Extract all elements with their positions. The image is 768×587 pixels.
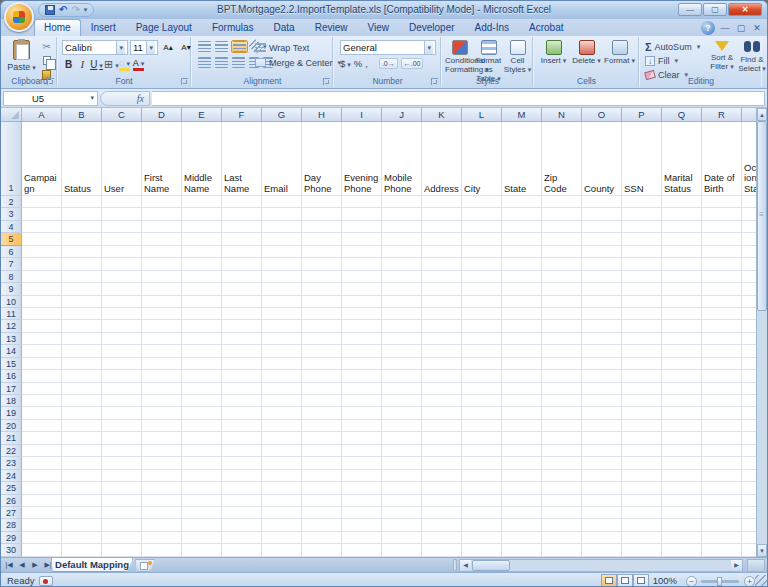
zoom-level[interactable]: 100% <box>653 575 677 586</box>
grid-row-22[interactable] <box>22 445 758 457</box>
top-align-button[interactable] <box>197 40 212 53</box>
row-header-28[interactable]: 28 <box>1 519 22 531</box>
cell-I1[interactable]: Evening Phone <box>342 122 382 196</box>
grid-row-30[interactable] <box>22 544 758 556</box>
bottom-align-button[interactable] <box>231 40 248 53</box>
row-header-13[interactable]: 13 <box>1 333 22 345</box>
column-header-B[interactable]: B <box>62 108 102 122</box>
cell-K1[interactable]: Address <box>422 122 462 196</box>
cut-button[interactable]: ✂ <box>39 40 54 53</box>
cell-D1[interactable]: First Name <box>142 122 182 196</box>
column-header-K[interactable]: K <box>422 108 462 122</box>
row-header-25[interactable]: 25 <box>1 482 22 494</box>
find-select-button[interactable]: Find & Select <box>737 39 767 73</box>
cell-F1[interactable]: Last Name <box>222 122 262 196</box>
grow-font-button[interactable]: A▴ <box>160 40 176 55</box>
row-header-17[interactable]: 17 <box>1 383 22 395</box>
column-header-O[interactable]: O <box>582 108 622 122</box>
cell-R1[interactable]: Date of Birth <box>702 122 742 196</box>
row-header-16[interactable]: 16 <box>1 370 22 382</box>
font-color-button[interactable]: A <box>132 58 145 72</box>
ribbon-tab-review[interactable]: Review <box>305 19 358 36</box>
row-header-6[interactable]: 6 <box>1 246 22 258</box>
scroll-down-icon[interactable]: ▼ <box>757 544 767 557</box>
accounting-format-button[interactable]: $ <box>340 58 351 69</box>
cell-E1[interactable]: Middle Name <box>182 122 222 196</box>
save-icon[interactable] <box>45 5 55 15</box>
italic-button[interactable]: I <box>76 58 89 72</box>
sheet-tab-default-mapping[interactable]: Default Mapping <box>51 558 133 572</box>
row-header-20[interactable]: 20 <box>1 420 22 432</box>
align-right-button[interactable] <box>231 56 246 69</box>
autosum-button[interactable]: ΣAutoSum <box>645 40 700 54</box>
grid-row-15[interactable] <box>22 358 758 370</box>
grid-row-2[interactable] <box>22 196 758 208</box>
column-header-I[interactable]: I <box>342 108 382 122</box>
font-dialog-launcher[interactable] <box>181 78 188 85</box>
grid-row-8[interactable] <box>22 271 758 283</box>
column-header-P[interactable]: P <box>622 108 662 122</box>
close-button[interactable]: ✕ <box>728 3 762 16</box>
row-header-22[interactable]: 22 <box>1 445 22 457</box>
grid-row-11[interactable] <box>22 308 758 320</box>
cell-O1[interactable]: County <box>582 122 622 196</box>
ribbon-tab-view[interactable]: View <box>357 19 399 36</box>
grid-row-28[interactable] <box>22 519 758 531</box>
formula-input[interactable] <box>152 91 765 106</box>
column-header-A[interactable]: A <box>22 108 62 122</box>
grid-row-14[interactable] <box>22 345 758 357</box>
column-header-L[interactable]: L <box>462 108 502 122</box>
grid-row-20[interactable] <box>22 420 758 432</box>
office-button[interactable] <box>4 2 34 32</box>
name-box[interactable]: U5▾ <box>3 91 98 106</box>
zoom-in-button[interactable]: + <box>744 576 755 587</box>
column-header-M[interactable]: M <box>502 108 542 122</box>
fill-button[interactable]: ↓Fill <box>645 54 700 68</box>
grid-row-23[interactable] <box>22 457 758 469</box>
first-sheet-button[interactable]: |◀ <box>3 559 15 571</box>
copy-button[interactable] <box>39 54 54 67</box>
row-header-27[interactable]: 27 <box>1 507 22 519</box>
grid-row-10[interactable] <box>22 296 758 308</box>
row-header-26[interactable]: 26 <box>1 495 22 507</box>
cell-A1[interactable]: Campaign <box>22 122 62 196</box>
cell-H1[interactable]: Day Phone <box>302 122 342 196</box>
grid-row-3[interactable] <box>22 208 758 220</box>
row-header-10[interactable]: 10 <box>1 296 22 308</box>
ribbon-tab-home[interactable]: Home <box>34 19 81 36</box>
grid-row-5[interactable] <box>22 233 758 245</box>
row-header-7[interactable]: 7 <box>1 258 22 270</box>
grid-row-24[interactable] <box>22 470 758 482</box>
grid-row-7[interactable] <box>22 258 758 270</box>
row-header-2[interactable]: 2 <box>1 196 22 208</box>
horizontal-scroll-thumb[interactable] <box>472 560 510 571</box>
grid-row-17[interactable] <box>22 383 758 395</box>
row-header-8[interactable]: 8 <box>1 271 22 283</box>
column-header-H[interactable]: H <box>302 108 342 122</box>
ribbon-tab-add-ins[interactable]: Add-Ins <box>465 19 519 36</box>
undo-button[interactable]: ↶ <box>59 4 67 16</box>
grid-row-21[interactable] <box>22 432 758 444</box>
cells-format-button[interactable]: Format <box>603 39 636 65</box>
fill-color-button[interactable]: ◌ <box>118 58 131 72</box>
shrink-font-button[interactable]: A▾ <box>178 40 194 55</box>
grid-row-9[interactable] <box>22 283 758 295</box>
workbook-restore-button[interactable]: ▢ <box>735 22 747 34</box>
tab-split-handle[interactable] <box>453 559 457 571</box>
redo-button[interactable]: ↷ <box>71 4 79 16</box>
workbook-minimize-button[interactable]: — <box>719 22 731 34</box>
row-header-11[interactable]: 11 <box>1 308 22 320</box>
decrease-decimal-button[interactable]: ←.00 <box>401 58 424 69</box>
clipboard-dialog-launcher[interactable] <box>47 78 54 85</box>
insert-worksheet-button[interactable] <box>135 559 155 572</box>
cell-J1[interactable]: Mobile Phone <box>382 122 422 196</box>
grid-row-26[interactable] <box>22 495 758 507</box>
font-name-combo[interactable]: Calibri▾ <box>62 40 128 55</box>
page-layout-view-button[interactable] <box>617 574 633 587</box>
select-all-corner[interactable] <box>1 108 22 122</box>
sort-filter-button[interactable]: Sort & Filter <box>707 39 737 73</box>
next-sheet-button[interactable]: ▶ <box>29 559 41 571</box>
ribbon-tab-page-layout[interactable]: Page Layout <box>126 19 202 36</box>
grid-row-27[interactable] <box>22 507 758 519</box>
row-header-23[interactable]: 23 <box>1 457 22 469</box>
